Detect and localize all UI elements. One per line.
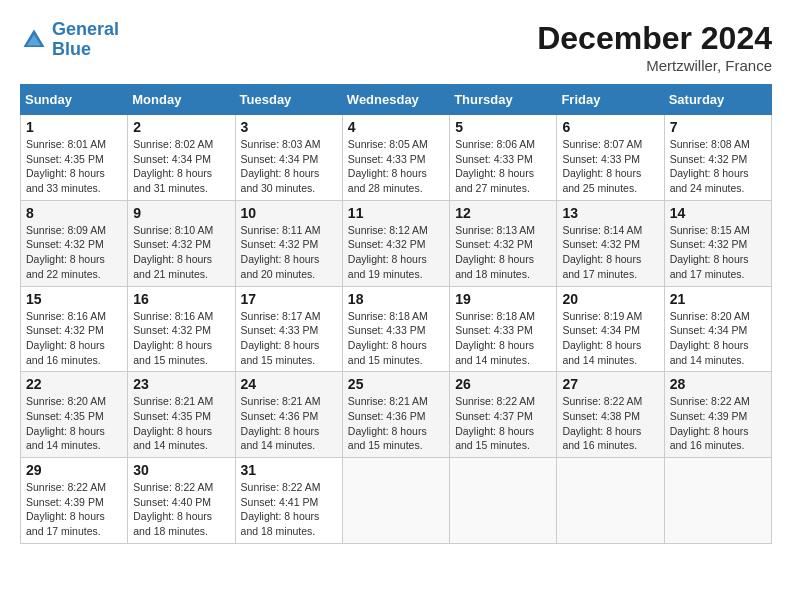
day-info: Sunrise: 8:05 AM Sunset: 4:33 PM Dayligh… xyxy=(348,137,444,196)
day-number: 30 xyxy=(133,462,229,478)
day-number: 22 xyxy=(26,376,122,392)
day-number: 16 xyxy=(133,291,229,307)
day-info: Sunrise: 8:18 AM Sunset: 4:33 PM Dayligh… xyxy=(348,309,444,368)
day-info: Sunrise: 8:11 AM Sunset: 4:32 PM Dayligh… xyxy=(241,223,337,282)
calendar-cell: 6Sunrise: 8:07 AM Sunset: 4:33 PM Daylig… xyxy=(557,115,664,201)
calendar-cell xyxy=(450,458,557,544)
week-row-4: 22Sunrise: 8:20 AM Sunset: 4:35 PM Dayli… xyxy=(21,372,772,458)
calendar-cell: 15Sunrise: 8:16 AM Sunset: 4:32 PM Dayli… xyxy=(21,286,128,372)
day-number: 14 xyxy=(670,205,766,221)
logo-icon xyxy=(20,26,48,54)
day-info: Sunrise: 8:02 AM Sunset: 4:34 PM Dayligh… xyxy=(133,137,229,196)
calendar-cell: 18Sunrise: 8:18 AM Sunset: 4:33 PM Dayli… xyxy=(342,286,449,372)
calendar-cell: 13Sunrise: 8:14 AM Sunset: 4:32 PM Dayli… xyxy=(557,200,664,286)
day-info: Sunrise: 8:08 AM Sunset: 4:32 PM Dayligh… xyxy=(670,137,766,196)
calendar-cell: 8Sunrise: 8:09 AM Sunset: 4:32 PM Daylig… xyxy=(21,200,128,286)
calendar-cell: 31Sunrise: 8:22 AM Sunset: 4:41 PM Dayli… xyxy=(235,458,342,544)
calendar-cell: 17Sunrise: 8:17 AM Sunset: 4:33 PM Dayli… xyxy=(235,286,342,372)
calendar-cell: 2Sunrise: 8:02 AM Sunset: 4:34 PM Daylig… xyxy=(128,115,235,201)
calendar-cell: 12Sunrise: 8:13 AM Sunset: 4:32 PM Dayli… xyxy=(450,200,557,286)
day-info: Sunrise: 8:12 AM Sunset: 4:32 PM Dayligh… xyxy=(348,223,444,282)
day-number: 27 xyxy=(562,376,658,392)
page-header: General Blue December 2024 Mertzwiller, … xyxy=(20,20,772,74)
day-info: Sunrise: 8:06 AM Sunset: 4:33 PM Dayligh… xyxy=(455,137,551,196)
calendar-cell: 25Sunrise: 8:21 AM Sunset: 4:36 PM Dayli… xyxy=(342,372,449,458)
calendar-cell: 11Sunrise: 8:12 AM Sunset: 4:32 PM Dayli… xyxy=(342,200,449,286)
week-row-3: 15Sunrise: 8:16 AM Sunset: 4:32 PM Dayli… xyxy=(21,286,772,372)
day-info: Sunrise: 8:21 AM Sunset: 4:35 PM Dayligh… xyxy=(133,394,229,453)
day-number: 2 xyxy=(133,119,229,135)
day-info: Sunrise: 8:09 AM Sunset: 4:32 PM Dayligh… xyxy=(26,223,122,282)
calendar-cell xyxy=(664,458,771,544)
calendar-cell: 28Sunrise: 8:22 AM Sunset: 4:39 PM Dayli… xyxy=(664,372,771,458)
day-number: 3 xyxy=(241,119,337,135)
weekday-header-thursday: Thursday xyxy=(450,85,557,115)
day-info: Sunrise: 8:10 AM Sunset: 4:32 PM Dayligh… xyxy=(133,223,229,282)
calendar-cell: 29Sunrise: 8:22 AM Sunset: 4:39 PM Dayli… xyxy=(21,458,128,544)
day-info: Sunrise: 8:16 AM Sunset: 4:32 PM Dayligh… xyxy=(133,309,229,368)
weekday-header-sunday: Sunday xyxy=(21,85,128,115)
day-number: 25 xyxy=(348,376,444,392)
day-number: 13 xyxy=(562,205,658,221)
calendar-cell: 14Sunrise: 8:15 AM Sunset: 4:32 PM Dayli… xyxy=(664,200,771,286)
day-number: 19 xyxy=(455,291,551,307)
day-info: Sunrise: 8:17 AM Sunset: 4:33 PM Dayligh… xyxy=(241,309,337,368)
day-number: 1 xyxy=(26,119,122,135)
day-info: Sunrise: 8:20 AM Sunset: 4:35 PM Dayligh… xyxy=(26,394,122,453)
calendar-cell: 20Sunrise: 8:19 AM Sunset: 4:34 PM Dayli… xyxy=(557,286,664,372)
day-number: 17 xyxy=(241,291,337,307)
day-info: Sunrise: 8:22 AM Sunset: 4:38 PM Dayligh… xyxy=(562,394,658,453)
calendar-cell: 30Sunrise: 8:22 AM Sunset: 4:40 PM Dayli… xyxy=(128,458,235,544)
day-number: 12 xyxy=(455,205,551,221)
day-number: 4 xyxy=(348,119,444,135)
day-info: Sunrise: 8:16 AM Sunset: 4:32 PM Dayligh… xyxy=(26,309,122,368)
day-info: Sunrise: 8:22 AM Sunset: 4:41 PM Dayligh… xyxy=(241,480,337,539)
location: Mertzwiller, France xyxy=(537,57,772,74)
calendar-cell: 24Sunrise: 8:21 AM Sunset: 4:36 PM Dayli… xyxy=(235,372,342,458)
day-info: Sunrise: 8:22 AM Sunset: 4:39 PM Dayligh… xyxy=(26,480,122,539)
week-row-1: 1Sunrise: 8:01 AM Sunset: 4:35 PM Daylig… xyxy=(21,115,772,201)
day-info: Sunrise: 8:22 AM Sunset: 4:39 PM Dayligh… xyxy=(670,394,766,453)
day-info: Sunrise: 8:21 AM Sunset: 4:36 PM Dayligh… xyxy=(348,394,444,453)
day-info: Sunrise: 8:19 AM Sunset: 4:34 PM Dayligh… xyxy=(562,309,658,368)
calendar-cell: 26Sunrise: 8:22 AM Sunset: 4:37 PM Dayli… xyxy=(450,372,557,458)
calendar-cell: 9Sunrise: 8:10 AM Sunset: 4:32 PM Daylig… xyxy=(128,200,235,286)
weekday-header-friday: Friday xyxy=(557,85,664,115)
day-number: 23 xyxy=(133,376,229,392)
day-number: 10 xyxy=(241,205,337,221)
weekday-header-wednesday: Wednesday xyxy=(342,85,449,115)
day-number: 6 xyxy=(562,119,658,135)
day-number: 21 xyxy=(670,291,766,307)
day-info: Sunrise: 8:07 AM Sunset: 4:33 PM Dayligh… xyxy=(562,137,658,196)
calendar-cell: 21Sunrise: 8:20 AM Sunset: 4:34 PM Dayli… xyxy=(664,286,771,372)
weekday-header-saturday: Saturday xyxy=(664,85,771,115)
day-number: 28 xyxy=(670,376,766,392)
calendar-cell: 27Sunrise: 8:22 AM Sunset: 4:38 PM Dayli… xyxy=(557,372,664,458)
calendar-cell: 5Sunrise: 8:06 AM Sunset: 4:33 PM Daylig… xyxy=(450,115,557,201)
day-number: 15 xyxy=(26,291,122,307)
day-number: 26 xyxy=(455,376,551,392)
calendar-cell: 16Sunrise: 8:16 AM Sunset: 4:32 PM Dayli… xyxy=(128,286,235,372)
calendar-table: SundayMondayTuesdayWednesdayThursdayFrid… xyxy=(20,84,772,544)
title-block: December 2024 Mertzwiller, France xyxy=(537,20,772,74)
day-info: Sunrise: 8:01 AM Sunset: 4:35 PM Dayligh… xyxy=(26,137,122,196)
calendar-cell: 4Sunrise: 8:05 AM Sunset: 4:33 PM Daylig… xyxy=(342,115,449,201)
week-row-2: 8Sunrise: 8:09 AM Sunset: 4:32 PM Daylig… xyxy=(21,200,772,286)
calendar-cell: 23Sunrise: 8:21 AM Sunset: 4:35 PM Dayli… xyxy=(128,372,235,458)
day-number: 29 xyxy=(26,462,122,478)
day-info: Sunrise: 8:20 AM Sunset: 4:34 PM Dayligh… xyxy=(670,309,766,368)
weekday-header-row: SundayMondayTuesdayWednesdayThursdayFrid… xyxy=(21,85,772,115)
calendar-cell: 19Sunrise: 8:18 AM Sunset: 4:33 PM Dayli… xyxy=(450,286,557,372)
logo-text: General Blue xyxy=(52,20,119,60)
day-info: Sunrise: 8:03 AM Sunset: 4:34 PM Dayligh… xyxy=(241,137,337,196)
day-number: 31 xyxy=(241,462,337,478)
day-number: 20 xyxy=(562,291,658,307)
day-info: Sunrise: 8:18 AM Sunset: 4:33 PM Dayligh… xyxy=(455,309,551,368)
day-info: Sunrise: 8:21 AM Sunset: 4:36 PM Dayligh… xyxy=(241,394,337,453)
weekday-header-tuesday: Tuesday xyxy=(235,85,342,115)
month-year: December 2024 xyxy=(537,20,772,57)
calendar-cell: 10Sunrise: 8:11 AM Sunset: 4:32 PM Dayli… xyxy=(235,200,342,286)
day-number: 7 xyxy=(670,119,766,135)
day-number: 9 xyxy=(133,205,229,221)
day-info: Sunrise: 8:15 AM Sunset: 4:32 PM Dayligh… xyxy=(670,223,766,282)
